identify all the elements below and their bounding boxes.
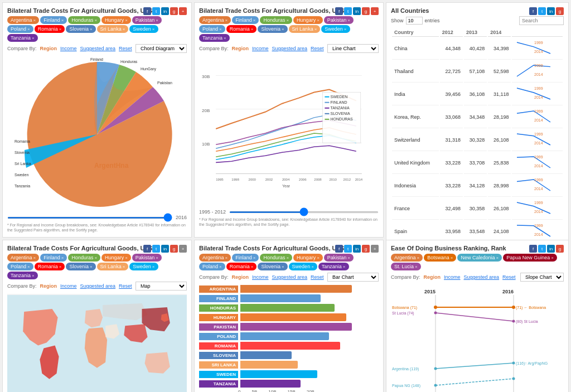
bar-tag-argentina[interactable]: Argentina × (199, 254, 231, 262)
map-tag-argentina[interactable]: Argentina × (7, 254, 39, 262)
google-icon-6[interactable]: g (556, 245, 564, 253)
bar-tag-finland[interactable]: Finland × (232, 254, 259, 262)
map-compare-income[interactable]: Income (60, 283, 77, 289)
map-tag-slovenia[interactable]: Slovenia × (66, 263, 95, 270)
tag-srilanka[interactable]: Sri Lanka × (97, 25, 129, 33)
ease-tag-newcal[interactable]: New Caledonia × (457, 254, 502, 262)
map-tag-romania[interactable]: Romania × (35, 263, 65, 270)
ease-tag-botswana[interactable]: Botswana × (424, 254, 456, 262)
line-compare-region[interactable]: Region (232, 46, 249, 51)
bar-tag-honduras[interactable]: Honduras × (260, 254, 292, 262)
tag-hungary[interactable]: Hungary × (101, 16, 131, 24)
map-compare-suggested[interactable]: Suggested area (80, 283, 116, 289)
bar-compare-income[interactable]: Income (252, 274, 269, 280)
linkedin-icon-6[interactable]: in (547, 245, 555, 253)
bar-compare-region[interactable]: Region (232, 274, 249, 280)
line-tag-slovenia[interactable]: Slovenia × (258, 25, 287, 33)
line-compare-suggested[interactable]: Suggested area (272, 46, 308, 51)
facebook-icon-2[interactable]: f (335, 7, 343, 15)
map-tag-srilanka[interactable]: Sri Lanka × (97, 263, 129, 270)
twitter-icon-2[interactable]: t (344, 7, 352, 15)
tag-honduras[interactable]: Honduras × (68, 16, 100, 24)
tag-romania[interactable]: Romania × (35, 25, 65, 33)
tag-tanzania[interactable]: Tanzania × (7, 34, 38, 42)
ease-compare-region[interactable]: Region (424, 274, 441, 280)
line-tag-pakistan[interactable]: Pakistan × (324, 16, 354, 24)
map-tag-sweden[interactable]: Sweden × (129, 263, 158, 270)
line-tag-poland[interactable]: Poland × (199, 25, 225, 33)
search-input[interactable] (519, 16, 564, 25)
tag-finland[interactable]: Finland × (40, 16, 67, 24)
compare-region[interactable]: Region (40, 46, 57, 51)
google-icon-5[interactable]: g (362, 245, 370, 253)
line-year-slider[interactable] (229, 211, 379, 213)
show-input[interactable] (406, 17, 423, 25)
col-2014[interactable]: 2014 (488, 28, 511, 37)
facebook-icon-4[interactable]: f (143, 245, 151, 253)
tag-poland[interactable]: Poland × (7, 25, 33, 33)
col-2012[interactable]: 2012 (440, 28, 463, 37)
line-tag-argentina[interactable]: Argentina × (199, 16, 231, 24)
line-tag-finland[interactable]: Finland × (232, 16, 259, 24)
linkedin-icon-3[interactable]: in (547, 7, 555, 15)
bar-compare-suggested[interactable]: Suggested area (272, 274, 308, 280)
compare-income[interactable]: Income (60, 46, 77, 51)
map-compare-reset[interactable]: Reset (119, 283, 132, 289)
line-compare-income[interactable]: Income (252, 46, 269, 51)
map-tag-pakistan[interactable]: Pakistan × (132, 254, 162, 262)
compare-reset[interactable]: Reset (119, 46, 132, 51)
bar-tag-sweden[interactable]: Sweden × (289, 263, 317, 270)
compare-suggested[interactable]: Suggested area (80, 46, 116, 51)
share-icon[interactable]: + (179, 7, 187, 15)
twitter-icon[interactable]: t (152, 7, 160, 15)
share-icon-2[interactable]: + (371, 7, 379, 15)
line-tag-srilanka[interactable]: Sri Lanka × (289, 25, 321, 33)
google-icon-4[interactable]: g (170, 245, 178, 253)
line-chart-type-select[interactable]: Line Chart Chord Diagram Bar Chart Map (327, 44, 379, 53)
col-country[interactable]: Country (392, 28, 439, 37)
tag-argentina[interactable]: Argentina × (7, 16, 39, 24)
bar-tag-pakistan[interactable]: Pakistan × (324, 254, 354, 262)
line-tag-sweden[interactable]: Sweden × (321, 25, 350, 33)
linkedin-icon-4[interactable]: in (161, 245, 169, 253)
twitter-icon-5[interactable]: t (344, 245, 352, 253)
map-tag-tanzania[interactable]: Tanzania × (7, 272, 38, 279)
share-icon-4[interactable]: + (179, 245, 187, 253)
line-tag-honduras[interactable]: Honduras × (260, 16, 292, 24)
google-icon-3[interactable]: g (556, 7, 564, 15)
chord-chart-type-select[interactable]: Chord Diagram Line Chart Bar Chart Map (136, 44, 187, 53)
map-compare-region[interactable]: Region (40, 283, 57, 289)
linkedin-icon[interactable]: in (161, 7, 169, 15)
ease-tag-papuang[interactable]: Papua New Guinea × (503, 254, 557, 262)
bar-tag-tanzania[interactable]: Tanzania × (318, 263, 349, 270)
ease-compare-suggested[interactable]: Suggested area (464, 274, 500, 280)
facebook-icon-3[interactable]: f (529, 7, 537, 15)
ease-tag-stlucia[interactable]: St. Lucia × (391, 263, 421, 270)
bar-chart-type-select[interactable]: Bar Chart Line Chart Chord Diagram Map (327, 273, 379, 282)
bar-compare-reset[interactable]: Reset (311, 274, 324, 280)
twitter-icon-6[interactable]: t (538, 245, 546, 253)
ease-compare-income[interactable]: Income (444, 274, 461, 280)
linkedin-icon-5[interactable]: in (353, 245, 361, 253)
map-tag-hungary[interactable]: Hungary × (101, 254, 131, 262)
chord-year-slider[interactable] (7, 217, 172, 219)
facebook-icon-5[interactable]: f (335, 245, 343, 253)
facebook-icon-6[interactable]: f (529, 245, 537, 253)
line-tag-romania[interactable]: Romania × (226, 25, 257, 33)
bar-tag-romania[interactable]: Romania × (226, 263, 257, 270)
bar-tag-hungary[interactable]: Hungary × (293, 254, 323, 262)
bar-tag-poland[interactable]: Poland × (199, 263, 225, 270)
google-icon[interactable]: g (170, 7, 178, 15)
map-tag-poland[interactable]: Poland × (7, 263, 33, 270)
tag-pakistan[interactable]: Pakistan × (132, 16, 162, 24)
twitter-icon-3[interactable]: t (538, 7, 546, 15)
col-2013[interactable]: 2013 (464, 28, 487, 37)
ease-chart-type-select[interactable]: Slope Chart Line Chart Bar Chart (520, 273, 564, 282)
map-tag-honduras[interactable]: Honduras × (68, 254, 100, 262)
google-icon-2[interactable]: g (362, 7, 370, 15)
ease-tag-argentina[interactable]: Argentina × (391, 254, 423, 262)
share-icon-5[interactable]: + (371, 245, 379, 253)
map-chart-type-select[interactable]: Map Line Chart Bar Chart Chord Diagram (136, 282, 187, 291)
bar-tag-slovenia[interactable]: Slovenia × (258, 263, 287, 270)
linkedin-icon-2[interactable]: in (353, 7, 361, 15)
